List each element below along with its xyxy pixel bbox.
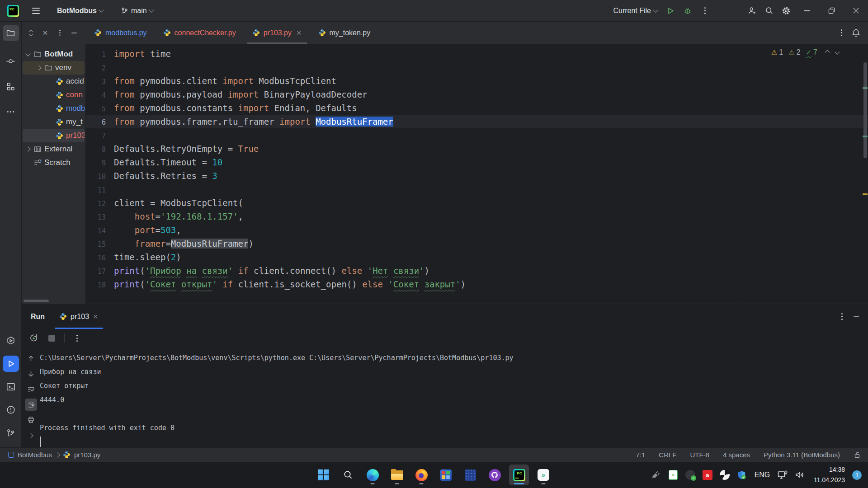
commit-tool-button[interactable] (3, 53, 19, 69)
services-tool-button[interactable] (3, 333, 19, 349)
typos-indicator[interactable]: ✓7 (806, 48, 817, 56)
gutter-line-number[interactable]: 13 (86, 211, 114, 224)
gutter-line-number[interactable]: 12 (86, 197, 114, 211)
gutter-line-number[interactable]: 7 (86, 129, 114, 143)
safely-remove-hardware-icon[interactable] (774, 465, 791, 485)
breadcrumb-project[interactable]: BotModbus (18, 451, 52, 459)
tree-item-venv[interactable]: venv (23, 61, 85, 75)
up-stacktrace-button[interactable] (25, 352, 37, 365)
search-everywhere-button[interactable] (760, 3, 778, 19)
stripe-mark-green[interactable] (863, 87, 868, 89)
code-editor[interactable]: 1import time23from pymodbus.client impor… (86, 44, 868, 304)
tree-item-modb[interactable]: modb (23, 102, 85, 115)
gutter-line-number[interactable]: 11 (86, 183, 114, 197)
chevron-right-icon[interactable] (24, 147, 33, 151)
close-icon[interactable]: ✕ (93, 313, 99, 321)
editor-tab-my_token.py[interactable]: my_token.py (310, 22, 379, 44)
close-button[interactable] (844, 0, 868, 21)
gutter-line-number[interactable]: 16 (86, 251, 114, 265)
serial-port-tray-icon[interactable] (647, 465, 665, 485)
project-tool-button[interactable] (3, 25, 19, 41)
tree-item-Scratch[interactable]: Scratch (23, 156, 85, 169)
gutter-line-number[interactable]: 9 (86, 156, 114, 170)
editor-tab-connectChecker.py[interactable]: connectChecker.py (155, 22, 244, 44)
scrollbar-thumb[interactable] (863, 62, 867, 158)
more-actions-button[interactable] (696, 3, 713, 19)
taskbar-search-button[interactable] (338, 465, 358, 485)
gutter-line-number[interactable]: 2 (86, 61, 114, 75)
gutter-line-number[interactable]: 3 (86, 75, 114, 89)
gutter-line-number[interactable]: 17 (86, 265, 114, 278)
editor-tab-modbotus.py[interactable]: modbotus.py (86, 22, 155, 44)
taskbar-clock[interactable]: 14:38 11.04.2023 (808, 466, 850, 484)
start-button[interactable] (314, 465, 334, 485)
taskbar-cube-app-2-button[interactable] (460, 465, 480, 485)
chevron-down-icon[interactable] (24, 53, 33, 56)
collapse-all-button[interactable]: ✕ (39, 27, 52, 39)
taskbar-cube-app-1-button[interactable] (436, 465, 456, 485)
gutter-line-number[interactable]: 14 (86, 224, 114, 238)
windows-security-tray-icon[interactable] (733, 465, 750, 485)
notifications-button[interactable] (851, 28, 861, 38)
indent-widget[interactable]: 4 spaces (723, 451, 750, 459)
scroll-to-end-button[interactable] (25, 399, 37, 411)
tree-item-BotMod[interactable]: BotMod (23, 47, 85, 61)
terminal-tool-button[interactable] (3, 379, 19, 395)
debug-button[interactable] (679, 3, 696, 19)
stripe-mark-green[interactable] (863, 136, 868, 137)
expand-console-toolbar-button[interactable] (25, 429, 37, 441)
tree-horizontal-scrollbar[interactable] (24, 300, 49, 302)
editor-tabs-options-button[interactable] (838, 32, 845, 33)
breadcrumb-file[interactable]: pr103.py (74, 451, 100, 459)
gutter-line-number[interactable]: 5 (86, 102, 114, 116)
remote-app-tray-icon[interactable]: » (665, 465, 682, 485)
more-tool-windows-button[interactable] (3, 103, 19, 120)
stop-button[interactable] (46, 332, 58, 344)
warnings-indicator[interactable]: ⚠1 (771, 48, 783, 56)
amd-radeon-tray-icon[interactable]: a (699, 465, 716, 485)
minimize-button[interactable] (795, 0, 819, 21)
run-toolbar-more-button[interactable] (71, 332, 83, 344)
tree-item-External[interactable]: External (23, 142, 85, 156)
run-tab-pr103[interactable]: pr103 ✕ (53, 304, 105, 329)
hide-project-panel-button[interactable] (68, 27, 80, 39)
taskbar-firefox-button[interactable] (411, 465, 431, 485)
caret-position-widget[interactable]: 7:1 (636, 451, 645, 459)
main-menu-button[interactable] (27, 3, 44, 19)
select-opened-file-button[interactable] (24, 27, 37, 39)
rerun-button[interactable] (27, 332, 39, 344)
taskbar-pycharm-button[interactable]: PC (509, 465, 529, 485)
settings-button[interactable] (778, 3, 795, 19)
taskbar-edge-button[interactable] (363, 465, 382, 485)
line-separator-widget[interactable]: CRLF (659, 451, 676, 459)
gutter-line-number[interactable]: 15 (86, 238, 114, 251)
code-area[interactable]: 1import time23from pymodbus.client impor… (86, 44, 868, 304)
close-icon[interactable]: ✕ (296, 29, 302, 37)
down-stacktrace-button[interactable] (25, 368, 37, 380)
project-widget-button[interactable]: BotModbus (52, 4, 108, 18)
structure-tool-button[interactable] (3, 78, 19, 94)
tree-item-conn[interactable]: conn (23, 88, 85, 102)
run-tool-button[interactable] (3, 356, 19, 372)
previous-problem-button[interactable] (826, 51, 829, 54)
antivirus-tray-icon[interactable]: ✓ (682, 465, 699, 485)
soft-wrap-button[interactable] (25, 383, 37, 395)
notification-badge[interactable]: 1 (852, 470, 862, 480)
print-button[interactable] (25, 414, 37, 426)
interpreter-widget[interactable]: Python 3.11 (BotModbus) (764, 451, 840, 459)
read-only-toggle[interactable] (854, 451, 861, 459)
gutter-line-number[interactable]: 6 (86, 116, 114, 129)
run-panel-options-button[interactable] (839, 316, 845, 317)
encoding-widget[interactable]: UTF-8 (690, 451, 709, 459)
taskbar-github-desktop-button[interactable] (485, 465, 505, 485)
restore-button[interactable] (819, 0, 844, 21)
taskbar-remote-app-button[interactable]: » (533, 465, 553, 485)
tree-item-my_t[interactable]: my_t (23, 115, 85, 129)
tree-item-accid[interactable]: accid (23, 75, 85, 88)
next-problem-button[interactable] (835, 52, 839, 54)
code-with-me-button[interactable] (743, 3, 760, 19)
run-configuration-selector[interactable]: Current File (609, 4, 662, 18)
project-panel-options-button[interactable] (53, 27, 66, 39)
taskbar-explorer-button[interactable] (387, 465, 407, 485)
hide-run-panel-button[interactable] (854, 316, 859, 317)
